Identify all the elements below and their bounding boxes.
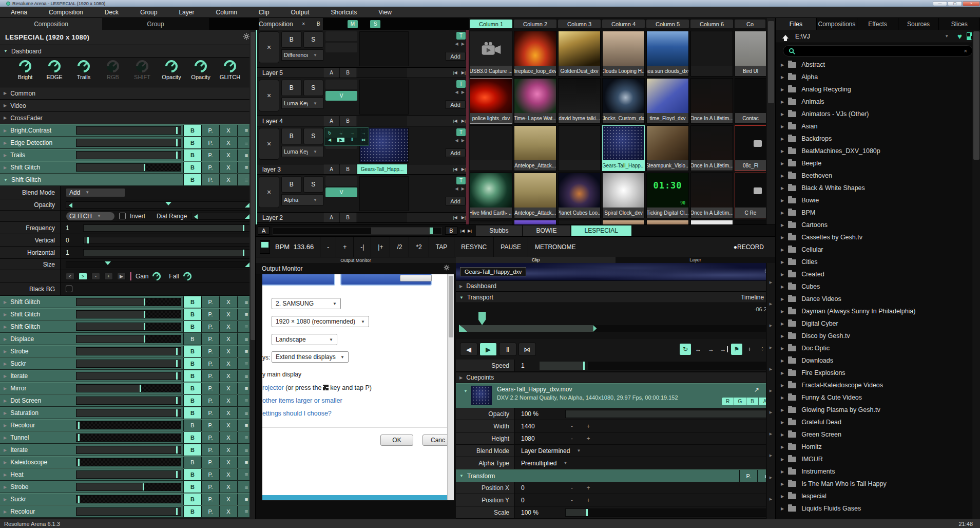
folder-item[interactable]: ▶Beethoven [776,169,980,182]
menu-item-shortcuts[interactable]: Shortcuts [320,9,368,16]
property-value[interactable]: 100 % [521,410,562,418]
effect-row[interactable]: ▶IterateBP.X≡ [0,370,255,382]
effect-row[interactable]: ▶RecolourBP.X≡ [0,505,255,518]
panel-handle-icon[interactable]: ▶ [770,324,772,328]
layer-name[interactable]: Layer 5 [257,68,323,78]
decrement-button[interactable]: - [565,435,579,442]
clip-cell[interactable] [690,31,733,77]
effect-bypass-button[interactable]: B [183,296,201,308]
property-value[interactable]: 1440 [521,423,562,430]
connect-projector-link[interactable]: rojector (or press thekey and tap P) [262,384,372,391]
layer-video-toggle-top[interactable] [325,31,357,41]
browser-tab-compositions[interactable]: Compositions [817,18,858,30]
crossfader-a-label[interactable]: A [258,227,270,235]
expand-icon[interactable]: ↗ [754,386,759,393]
effect-row[interactable]: ▶Shift GlitchBP.X≡ [0,308,255,320]
layer-name[interactable]: Layer 4 [257,116,323,126]
effect-remove-button[interactable]: X [219,481,237,493]
effect-row[interactable]: ▶HeatBP.X≡ [0,468,255,481]
effect-bypass-button[interactable]: B [183,395,201,406]
effect-row[interactable]: ▶Shift GlitchBP.X≡ [0,320,255,333]
column-header-2[interactable]: Column 2 [514,20,556,28]
effect-bypass-button[interactable]: B [183,162,201,173]
skip-next-icon[interactable]: ▶| [462,167,466,172]
effect-remove-button[interactable]: X [219,346,237,357]
play-button[interactable]: ▶ [479,343,497,356]
decrement-button[interactable]: - [565,484,579,492]
opacity-range-slider[interactable] [66,201,250,209]
cancel-button[interactable]: Canc [422,435,447,446]
menu-item-output[interactable]: Output [280,9,320,16]
multiple-displays-select[interactable]: Extend these displays▼ [272,351,349,363]
dashboard-knob-edge[interactable]: EDGE [43,60,66,87]
forward-icon[interactable]: → [349,131,356,136]
column-header-1[interactable]: Column 1 [470,20,512,28]
effect-params-button[interactable]: P. [201,407,219,419]
folder-item[interactable]: ▶Cassettes by Gesh.tv [776,231,980,243]
effect-params-button[interactable]: P. [201,395,219,406]
param-value[interactable]: 0 [66,237,79,244]
bpm-button-[interactable]: + [336,237,353,257]
effect-bypass-button[interactable]: B [183,494,201,505]
increment-button[interactable]: + [582,435,595,442]
timeline-scrubber[interactable] [459,325,771,332]
effect-remove-button[interactable]: X [219,321,237,332]
effect-params-button[interactable]: P. [201,346,219,357]
close-button[interactable]: × [963,1,980,6]
effect-row[interactable]: ▶StrobeBP.X≡ [0,481,255,493]
layer-video-toggle[interactable]: V [325,91,357,101]
dashboard-knob-rgb[interactable]: RGB [102,60,124,87]
skip-next-icon[interactable]: ▶| [462,70,466,75]
property-value-dropdown[interactable]: Layer Determined [521,447,570,455]
effect-params-button[interactable]: P. [201,149,219,161]
effect-mix-slider[interactable] [76,421,181,429]
folder-item[interactable]: ▶Digital Cyber [776,317,980,330]
effect-mix-slider[interactable] [76,139,181,147]
column-header-7[interactable]: Co [735,20,765,28]
effect-row[interactable]: ▶Edge DetectionBP.X≡ [0,137,255,149]
effect-mix-slider[interactable] [76,298,181,306]
knob-dial[interactable] [46,58,63,75]
effect-remove-button[interactable]: X [219,506,237,517]
effect-row-shift-glitch-expanded[interactable]: ▼Shift Glitch B P. X ≡ [0,174,255,186]
clip-cell[interactable]: Time- Lapse Wat... [514,78,556,124]
effect-remove-button[interactable]: X [219,395,237,406]
section-cuepoints[interactable]: ▶Cuepoints [456,372,775,383]
bpm-display[interactable]: BPM 133.66 [275,243,314,251]
effect-mix-slider[interactable] [76,163,181,172]
effect-bypass-button[interactable]: B [183,309,201,320]
effect-bypass-button[interactable]: B [183,383,201,394]
effect-bypass-button[interactable]: B [183,370,201,382]
layer-target-toggle[interactable]: T [456,80,466,88]
layer-b-assign-button[interactable]: B [339,213,356,222]
layer-add-button[interactable]: Add [445,52,466,61]
bpm-button-[interactable]: - [320,237,336,257]
effect-remove-button[interactable]: X [219,432,237,443]
folder-item[interactable]: ▶Fractal-Kaleidoscope Videos [776,379,980,391]
effect-mix-slider[interactable] [76,126,181,135]
browser-tab-slices[interactable]: Slices [939,18,980,30]
speed-value[interactable]: 1 [521,362,536,369]
effect-row[interactable]: ▶TunnelBP.X≡ [0,431,255,444]
skip-prev-icon[interactable]: |◀ [453,167,457,172]
layer-add-button[interactable]: Add [445,197,466,205]
folder-item[interactable]: ▶Analog Recycling [776,83,980,96]
clip-cell[interactable]: Once In A Lifetim... [690,78,733,124]
effect-bypass-button[interactable]: B [183,125,201,136]
mark-icon[interactable]: ⚑ [731,344,742,355]
layer-active-clip-label[interactable] [357,68,407,78]
clip-cell[interactable]: Bird Ul [735,31,766,77]
layer-a-assign-button[interactable]: A [323,68,339,78]
deck-prev-icon[interactable]: |◀ [460,229,465,233]
param-slider[interactable] [83,224,250,232]
folder-item[interactable]: ▶Cartoons [776,219,980,231]
column-header-3[interactable]: Column 3 [558,20,601,28]
layer-a-assign-button[interactable]: A [323,213,339,222]
channel-g-button[interactable]: G [734,398,746,405]
layer-video-toggle[interactable]: V [325,187,357,197]
effect-bypass-button[interactable]: B [183,333,201,345]
record-button[interactable]: ●RECORD [734,243,764,251]
chevron-down-icon[interactable]: ▼ [945,34,949,39]
effect-params-button[interactable]: P. [201,457,219,468]
layer-bypass-button[interactable]: B [281,31,302,48]
